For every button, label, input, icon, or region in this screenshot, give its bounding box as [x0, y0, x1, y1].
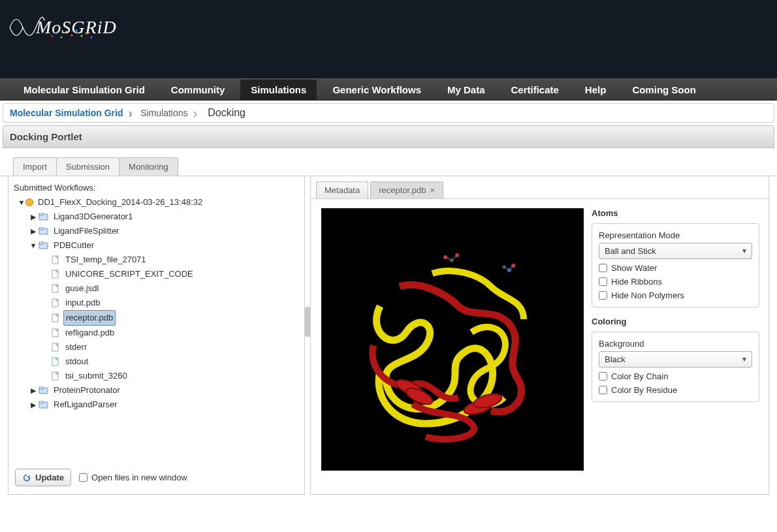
file-icon: [50, 284, 61, 293]
tree-file[interactable]: input.pdb: [41, 296, 299, 310]
tree-file[interactable]: stderr: [41, 340, 299, 354]
breadcrumb-sims[interactable]: Simulations: [140, 106, 205, 121]
svg-point-8: [91, 37, 93, 39]
breadcrumb: Molecular Simulation Grid Simulations Do…: [3, 103, 774, 123]
file-icon: [50, 270, 61, 279]
toggle-icon[interactable]: ▶: [29, 210, 37, 223]
open-new-window-option[interactable]: Open files in new window: [79, 473, 187, 482]
tab-monitoring[interactable]: Monitoring: [119, 157, 178, 176]
show-water-option[interactable]: Show Water: [599, 263, 752, 273]
tab-metadata[interactable]: Metadata: [316, 181, 368, 198]
svg-point-7: [86, 33, 88, 35]
tree-node[interactable]: ▶ LigandFileSplitter: [29, 224, 299, 238]
tree-file[interactable]: TSI_temp_file_27071: [41, 253, 299, 267]
nav-my-data[interactable]: My Data: [437, 80, 496, 100]
breadcrumb-root[interactable]: Molecular Simulation Grid: [10, 106, 140, 121]
splitter[interactable]: [305, 176, 310, 503]
viewer-controls: Atoms Representation Mode Ball and Stick…: [592, 208, 759, 411]
update-label: Update: [35, 473, 64, 482]
workflow-label[interactable]: DD1_FlexX_Docking_2014-03-26_13:48:32: [36, 195, 204, 210]
folder-icon: [39, 386, 49, 395]
tree-node[interactable]: ▶ ProteinProtonator: [29, 383, 299, 398]
svg-rect-27: [39, 401, 43, 403]
color-by-residue-option[interactable]: Color By Residue: [599, 385, 752, 395]
svg-rect-25: [39, 386, 43, 389]
folder-icon: [39, 212, 49, 221]
background-select[interactable]: Black: [599, 351, 752, 368]
svg-point-6: [81, 35, 83, 37]
portlet-tabs: Import Submission Monitoring: [0, 148, 777, 176]
atoms-box: Representation Mode Ball and Stick Show …: [592, 223, 759, 307]
color-by-residue-checkbox[interactable]: [599, 386, 607, 394]
svg-point-3: [66, 31, 68, 33]
hide-nonpoly-option[interactable]: Hide Non Polymers: [599, 290, 752, 300]
main-navbar: Molecular Simulation Grid Community Simu…: [0, 78, 777, 101]
file-icon: [50, 371, 61, 381]
folder-icon: [39, 241, 49, 250]
svg-rect-12: [39, 227, 43, 230]
representation-select[interactable]: Ball and Stick: [599, 243, 752, 259]
molecule-viewer[interactable]: [321, 208, 584, 471]
svg-point-2: [61, 37, 63, 39]
hide-ribbons-checkbox[interactable]: [599, 277, 607, 286]
coloring-title: Coloring: [592, 317, 759, 326]
open-new-window-label: Open files in new window: [91, 473, 187, 482]
show-water-checkbox[interactable]: [599, 264, 607, 272]
hide-ribbons-option[interactable]: Hide Ribbons: [599, 277, 752, 287]
tree-node[interactable]: ▶ Ligand3DGenerator1: [29, 210, 299, 224]
file-icon: [50, 298, 61, 307]
bg-label: Background: [599, 339, 752, 349]
tree-file[interactable]: guse.jsdl: [41, 281, 299, 296]
close-icon[interactable]: ×: [430, 185, 435, 195]
tree-title: Submitted Workflows:: [14, 183, 299, 193]
toggle-icon[interactable]: ▶: [29, 398, 37, 411]
toggle-icon[interactable]: ▶: [29, 384, 37, 397]
tree-node-pdbcutter[interactable]: ▼ PDBCutter: [29, 238, 299, 253]
atoms-title: Atoms: [592, 208, 759, 218]
tree-workflow-root[interactable]: ▼ DD1_FlexX_Docking_2014-03-26_13:48:32: [18, 195, 299, 210]
open-new-window-checkbox[interactable]: [79, 473, 87, 482]
color-by-chain-option[interactable]: Color By Chain: [599, 371, 752, 381]
logo: MoSGRiD: [7, 8, 117, 47]
svg-line-39: [452, 255, 457, 260]
portlet-title-bar: Docking Portlet: [3, 125, 774, 148]
folder-icon: [39, 400, 49, 409]
nav-simulations[interactable]: Simulations: [240, 80, 317, 100]
viewer-panel: Metadata receptor.pdb ×: [310, 176, 769, 495]
file-icon: [50, 255, 61, 264]
nav-certificate[interactable]: Certificate: [501, 80, 569, 100]
toggle-icon[interactable]: ▼: [29, 239, 37, 252]
tree-file-selected[interactable]: receptor.pdb: [41, 310, 299, 326]
nav-coming-soon[interactable]: Coming Soon: [622, 80, 706, 100]
file-icon: [50, 328, 61, 337]
svg-point-1: [56, 33, 57, 35]
nav-molsim[interactable]: Molecular Simulation Grid: [13, 80, 155, 100]
refresh-icon: [22, 473, 31, 482]
tab-submission[interactable]: Submission: [56, 157, 119, 176]
nav-community[interactable]: Community: [161, 80, 236, 100]
color-by-chain-checkbox[interactable]: [599, 372, 607, 381]
hide-nonpoly-checkbox[interactable]: [599, 291, 607, 300]
folder-icon: [39, 227, 49, 236]
header: MoSGRiD: [0, 0, 777, 78]
svg-point-0: [52, 35, 54, 37]
nav-help[interactable]: Help: [575, 80, 617, 100]
coloring-box: Background Black Color By Chain Color By…: [592, 332, 759, 402]
tree-file[interactable]: tsi_submit_3260: [41, 369, 299, 383]
tab-receptor[interactable]: receptor.pdb ×: [370, 181, 443, 198]
tree-node[interactable]: ▶ RefLigandParser: [29, 398, 299, 412]
breadcrumb-current: Docking: [205, 107, 251, 119]
file-icon: [50, 313, 61, 322]
rep-label: Representation Mode: [599, 230, 752, 240]
workflow-panel: Submitted Workflows: ▼ DD1_FlexX_Docking…: [8, 176, 305, 495]
splitter-handle[interactable]: [305, 307, 310, 337]
toggle-icon[interactable]: ▶: [29, 225, 37, 238]
update-button[interactable]: Update: [15, 469, 71, 486]
nav-generic-workflows[interactable]: Generic Workflows: [322, 80, 432, 100]
tab-import[interactable]: Import: [13, 157, 57, 176]
tree-file[interactable]: refligand.pdb: [41, 326, 299, 340]
toggle-icon[interactable]: ▼: [18, 196, 25, 209]
svg-rect-10: [39, 213, 43, 215]
tree-file[interactable]: UNICORE_SCRIPT_EXIT_CODE: [41, 267, 299, 281]
tree-file[interactable]: stdout: [41, 354, 299, 369]
